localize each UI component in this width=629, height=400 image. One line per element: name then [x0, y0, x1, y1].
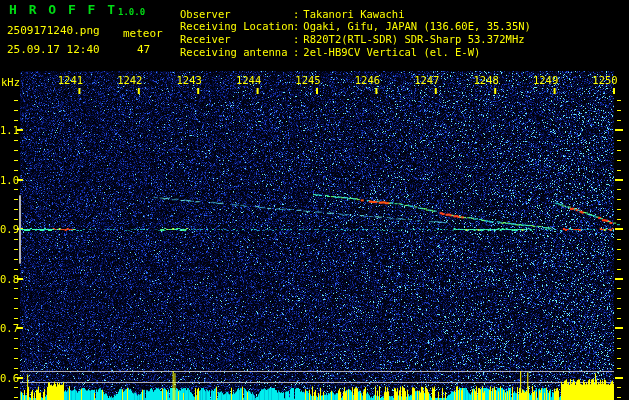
y-axis-tick-label: 1.0 — [0, 174, 17, 186]
info-sep: : — [293, 33, 299, 45]
info-label: Receiving antenna — [180, 46, 293, 58]
y-axis-unit-label: kHz — [1, 76, 20, 88]
x-axis-tick-label: 1243 — [176, 74, 202, 86]
x-axis-tick-label: 1245 — [295, 74, 321, 86]
x-axis-tick-label: 1247 — [414, 74, 440, 86]
y-axis-tick-label: 0.9 — [0, 223, 17, 235]
info-label: Receiving Location — [180, 20, 293, 32]
info-sep: : — [293, 8, 299, 20]
x-axis-tick-label: 1242 — [117, 74, 143, 86]
y-axis-tick-label: 0.6 — [0, 372, 17, 384]
info-value: Takanori Kawachi — [303, 8, 404, 20]
y-axis-tick-label: 0.7 — [0, 322, 17, 334]
receiver-info-row: Observer:Takanori Kawachi — [180, 8, 404, 20]
y-axis-tick-label: 0.8 — [0, 273, 17, 285]
info-value: 2el-HB9CV Vertical (el. E-W) — [303, 46, 480, 58]
x-axis-tick-label: 1246 — [354, 74, 380, 86]
info-value: R820T2(RTL-SDR) SDR-Sharp 53.372MHz — [303, 33, 524, 45]
y-axis-tick-label: 1.1 — [0, 124, 17, 136]
capture-datetime: 25.09.17 12:40 — [7, 44, 100, 56]
info-label: Observer — [180, 8, 293, 20]
info-sep: : — [293, 20, 299, 32]
capture-filename: 2509171240.png — [7, 25, 100, 37]
x-axis-tick-label: 1249 — [533, 74, 559, 86]
spectrogram-canvas — [0, 0, 629, 400]
info-label: Receiver — [180, 33, 293, 45]
info-sep: : — [293, 46, 299, 58]
info-value: Ogaki, Gifu, JAPAN (136.60E, 35.35N) — [303, 20, 531, 32]
receiver-info-row: Receiver:R820T2(RTL-SDR) SDR-Sharp 53.37… — [180, 33, 525, 45]
hrofft-window: H R O F F T 1.0.0 2509171240.png meteor … — [0, 0, 629, 400]
app-title: H R O F F T — [9, 4, 117, 16]
echo-count: 47 — [137, 44, 150, 56]
app-version: 1.0.0 — [118, 6, 145, 18]
receiver-info-row: Receiving antenna:2el-HB9CV Vertical (el… — [180, 46, 480, 58]
x-axis-tick-label: 1244 — [236, 74, 262, 86]
receiver-info-row: Receiving Location:Ogaki, Gifu, JAPAN (1… — [180, 20, 531, 32]
mode-label: meteor — [123, 28, 163, 40]
x-axis-tick-label: 1250 — [592, 74, 618, 86]
x-axis-tick-label: 1248 — [473, 74, 499, 86]
x-axis-tick-label: 1241 — [57, 74, 83, 86]
